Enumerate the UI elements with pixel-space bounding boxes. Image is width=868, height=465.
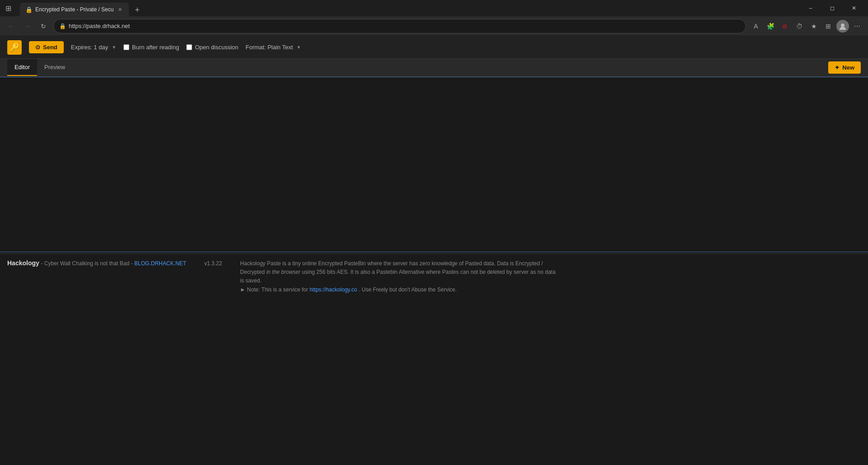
footer-version: v1.3.22 <box>204 260 222 267</box>
footer-note-end: . Use Freely but don't Abuse the Service… <box>357 287 457 293</box>
tab-preview[interactable]: Preview <box>37 59 72 76</box>
discussion-checkbox[interactable] <box>186 44 192 50</box>
expires-arrow: ▼ <box>112 45 116 50</box>
browser-menu-icon[interactable]: ⊞ <box>4 4 13 13</box>
forward-button[interactable]: → <box>21 20 33 33</box>
adblock-icon[interactable]: ⊘ <box>778 20 791 33</box>
new-label: New <box>842 64 854 71</box>
settings-icon[interactable]: ⋯ <box>851 20 863 33</box>
lock-icon: 🔒 <box>59 23 66 29</box>
app-logo: 🔑 <box>7 40 22 55</box>
timer-icon[interactable]: ⏱ <box>793 20 806 33</box>
format-label: Format: Plain Text <box>245 44 293 51</box>
expires-label: Expires: 1 day <box>71 44 108 51</box>
restore-button[interactable]: ◻ <box>822 1 843 15</box>
footer-brand: Hackology - Cyber Wall Chalking is not t… <box>7 259 186 267</box>
blog-link[interactable]: BLOG.DRHACK.NET <box>134 260 186 267</box>
window-controls: – ◻ ✕ <box>800 1 864 15</box>
address-bar[interactable]: 🔒 https://paste.drhack.net <box>53 19 746 33</box>
preview-tab-label: Preview <box>44 64 65 70</box>
expires-dropdown[interactable]: Expires: 1 day ▼ <box>71 44 116 51</box>
new-icon: ✦ <box>835 64 840 71</box>
svg-point-0 <box>841 23 844 27</box>
tab-favicon: 🔒 <box>25 6 33 13</box>
active-tab[interactable]: 🔒 Encrypted Paste - Private / Secu ✕ <box>20 3 129 16</box>
nav-bar: ← → ↻ 🔒 https://paste.drhack.net A 🧩 ⊘ ⏱… <box>0 16 868 36</box>
nav-icons-right: A 🧩 ⊘ ⏱ ★ ⊞ ⋯ <box>750 20 863 33</box>
extensions-icon[interactable]: 🧩 <box>764 20 777 33</box>
open-discussion-toggle[interactable]: Open discussion <box>186 44 238 51</box>
profile-button[interactable] <box>836 20 849 33</box>
footer-note-link[interactable]: https://hackology.co <box>310 287 357 293</box>
title-bar: ⊞ 🔒 Encrypted Paste - Private / Secu ✕ +… <box>0 0 868 16</box>
footer-note: ► Note: This is a service for <box>240 287 310 293</box>
burn-checkbox[interactable] <box>123 44 129 50</box>
browser-frame: ⊞ 🔒 Encrypted Paste - Private / Secu ✕ +… <box>0 0 868 36</box>
collections-icon[interactable]: ⊞ <box>822 20 835 33</box>
app-toolbar: 🔑 ⊙ Send Expires: 1 day ▼ Burn after rea… <box>0 36 868 59</box>
minimize-button[interactable]: – <box>800 1 821 15</box>
burn-label: Burn after reading <box>132 44 179 51</box>
editor-textarea[interactable] <box>0 77 868 252</box>
favorites-icon[interactable]: ★ <box>807 20 820 33</box>
tab-bar: 🔒 Encrypted Paste - Private / Secu ✕ + <box>16 0 143 16</box>
profile-icon <box>839 22 847 30</box>
editor-tabs-bar: Editor Preview ✦ New <box>0 59 868 77</box>
format-dropdown[interactable]: Format: Plain Text ▼ <box>245 44 301 51</box>
reload-button[interactable]: ↻ <box>37 20 50 33</box>
url-text: https://paste.drhack.net <box>69 23 740 29</box>
translate-icon[interactable]: A <box>750 20 762 33</box>
footer: Hackology - Cyber Wall Chalking is not t… <box>0 254 868 300</box>
close-button[interactable]: ✕ <box>844 1 864 15</box>
send-button[interactable]: ⊙ Send <box>29 41 64 53</box>
footer-note-link-label: https://hackology.co <box>310 287 357 293</box>
back-button[interactable]: ← <box>5 20 17 33</box>
discussion-label: Open discussion <box>195 44 238 51</box>
send-icon: ⊙ <box>35 44 40 51</box>
brand-tagline-text: - Cyber Wall Chalking is not that Bad - <box>41 260 132 267</box>
tab-editor[interactable]: Editor <box>7 59 37 76</box>
editor-tabs-left: Editor Preview <box>7 59 72 76</box>
footer-description: Hackology Paste is a tiny online Encrypt… <box>240 259 557 294</box>
tab-close-button[interactable]: ✕ <box>116 6 123 13</box>
burn-after-reading-toggle[interactable]: Burn after reading <box>123 44 179 51</box>
tab-title: Encrypted Paste - Private / Secu <box>35 6 113 13</box>
brand-name: Hackology <box>7 259 39 267</box>
editor-tab-label: Editor <box>14 64 30 70</box>
footer-desc-italic: in the browser <box>266 269 300 275</box>
format-arrow: ▼ <box>297 45 301 50</box>
new-tab-button[interactable]: + <box>131 4 143 16</box>
new-button[interactable]: ✦ New <box>828 61 861 74</box>
send-label: Send <box>43 44 57 51</box>
blog-link-label: BLOG.DRHACK.NET <box>134 260 186 267</box>
